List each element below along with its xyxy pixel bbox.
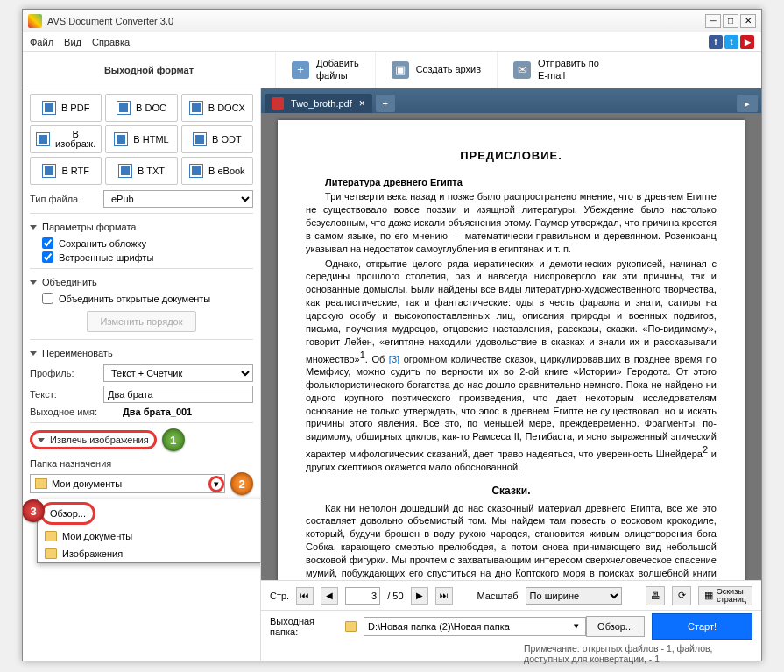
filetype-label: Тип файла xyxy=(30,194,98,204)
youtube-icon[interactable]: ▶ xyxy=(740,35,754,49)
page-navigation-bar: Стр. ⏮ ◀ / 50 ▶ ⏭ Масштаб По ширине 🖶 ⟳ … xyxy=(261,580,761,610)
doc-icon xyxy=(189,164,203,178)
menu-help[interactable]: Справка xyxy=(92,37,130,47)
format-pdf[interactable]: В PDF xyxy=(30,94,102,122)
thumbnails-button[interactable]: ▦Эскизы страниц xyxy=(698,586,752,605)
reorder-button: Изменить порядок xyxy=(87,311,195,332)
format-doc[interactable]: В DOC xyxy=(105,94,177,122)
next-page-button[interactable]: ▶ xyxy=(411,587,428,605)
format-html[interactable]: В HTML xyxy=(105,125,177,153)
format-docx[interactable]: В DOCX xyxy=(181,94,253,122)
section-extract-images[interactable]: Извлечь изображения xyxy=(30,430,157,449)
start-button[interactable]: Старт! xyxy=(652,613,752,640)
window-title: AVS Document Converter 3.0 xyxy=(47,16,705,26)
menu-file[interactable]: Файл xyxy=(30,37,53,47)
fonts-checkbox[interactable] xyxy=(42,251,53,263)
output-name: Два брата_001 xyxy=(123,407,192,417)
rename-text-input[interactable] xyxy=(103,386,253,403)
tab-close-button[interactable]: × xyxy=(359,97,365,110)
menubar: Файл Вид Справка f t ▶ xyxy=(23,32,761,52)
doc-icon xyxy=(42,164,56,178)
format-txt[interactable]: В TXT xyxy=(105,157,177,185)
dropdown-browse[interactable]: Обзор... xyxy=(40,502,95,525)
tab-active[interactable]: Two_broth.pdf × xyxy=(265,94,372,113)
dest-folder-combo[interactable]: Мои документы ▾ xyxy=(30,474,225,493)
doc-icon xyxy=(36,132,50,146)
twitter-icon[interactable]: t xyxy=(724,35,738,49)
chevron-down-icon xyxy=(30,225,37,230)
browse-button[interactable]: Обзор... xyxy=(586,616,645,637)
folder-icon xyxy=(345,621,357,632)
format-odt[interactable]: В ODT xyxy=(181,125,253,153)
doc-icon xyxy=(114,132,128,146)
chevron-down-icon xyxy=(38,438,45,442)
dest-folder-label: Папка назначения xyxy=(30,458,253,469)
mail-icon: ✉ xyxy=(513,61,531,79)
titlebar: AVS Document Converter 3.0 ─ □ ✕ xyxy=(23,10,761,32)
callout-1: 1 xyxy=(162,428,185,451)
dest-folder-dropdown-arrow[interactable]: ▾ xyxy=(208,476,224,492)
pdf-icon xyxy=(272,97,284,110)
doc-icon xyxy=(117,101,131,115)
prev-page-button[interactable]: ◀ xyxy=(321,587,338,605)
doc-icon xyxy=(189,101,203,115)
rotate-button[interactable]: ⟳ xyxy=(672,586,691,605)
filetype-select[interactable]: ePub xyxy=(103,190,253,208)
maximize-button[interactable]: □ xyxy=(723,14,738,28)
plus-icon: + xyxy=(292,61,309,79)
doc-icon xyxy=(193,132,207,146)
menu-view[interactable]: Вид xyxy=(64,37,81,47)
close-button[interactable]: ✕ xyxy=(740,14,756,28)
create-archive-button[interactable]: ▣ Создать архив xyxy=(375,52,497,88)
callout-2: 2 xyxy=(230,472,253,495)
page-number-input[interactable] xyxy=(345,587,380,605)
bottom-bar: Выходная папка: ▾ Обзор... Старт! xyxy=(261,610,761,641)
status-bar: Примечание: открытых файлов - 1, файлов,… xyxy=(261,641,761,661)
document-page: ПРЕДИСЛОВИЕ. Литература древнего Египта … xyxy=(278,120,745,580)
cover-checkbox[interactable] xyxy=(42,237,53,249)
document-viewport[interactable]: ПРЕДИСЛОВИЕ. Литература древнего Египта … xyxy=(261,113,761,580)
toolbar: Выходной формат + Добавить файлы ▣ Созда… xyxy=(23,52,761,88)
add-files-button[interactable]: + Добавить файлы xyxy=(275,52,375,88)
profile-select[interactable]: Текст + Счетчик xyxy=(103,364,253,382)
minimize-button[interactable]: ─ xyxy=(705,14,721,28)
section-rename[interactable]: Переименовать xyxy=(30,345,253,361)
sidebar-title: Выходной формат xyxy=(23,54,275,86)
format-image[interactable]: В изображ. xyxy=(30,125,102,153)
output-folder-input[interactable] xyxy=(364,617,586,636)
dest-folder-dropdown: 3 Обзор... Мои документы Изображения xyxy=(37,499,261,563)
send-email-button[interactable]: ✉ Отправить по E-mail xyxy=(497,52,615,88)
archive-icon: ▣ xyxy=(392,61,409,79)
merge-checkbox[interactable] xyxy=(42,293,53,304)
app-logo-icon xyxy=(28,14,42,28)
footnote-link[interactable]: [3] xyxy=(389,353,399,364)
callout-3: 3 xyxy=(23,499,45,522)
doc-heading: ПРЕДИСЛОВИЕ. xyxy=(306,148,717,164)
chevron-down-icon xyxy=(30,280,37,285)
format-rtf[interactable]: В RTF xyxy=(30,157,102,185)
doc-subheading: Сказки. xyxy=(306,484,717,498)
facebook-icon[interactable]: f xyxy=(709,35,723,49)
doc-icon xyxy=(118,164,132,178)
add-tab-button[interactable]: + xyxy=(376,95,395,112)
document-tabs: Two_broth.pdf × + ▸ xyxy=(261,88,761,113)
section-params[interactable]: Параметры формата xyxy=(30,219,253,235)
folder-icon xyxy=(45,548,57,559)
section-merge[interactable]: Объединить xyxy=(30,274,253,290)
doc-icon xyxy=(42,101,56,115)
chevron-down-icon xyxy=(30,351,37,356)
dropdown-images[interactable]: Изображения xyxy=(38,545,261,562)
format-ebook[interactable]: В eBook xyxy=(181,157,253,185)
last-page-button[interactable]: ⏭ xyxy=(435,587,453,605)
output-folder-dropdown[interactable]: ▾ xyxy=(574,620,579,632)
zoom-select[interactable]: По ширине xyxy=(526,587,622,605)
sidebar: В PDF В DOC В DOCX В изображ. В HTML В O… xyxy=(23,88,261,661)
tab-nav-right[interactable]: ▸ xyxy=(737,95,758,112)
dropdown-mydocs[interactable]: Мои документы xyxy=(38,527,261,545)
first-page-button[interactable]: ⏮ xyxy=(296,587,314,605)
folder-icon xyxy=(45,531,57,541)
print-button[interactable]: 🖶 xyxy=(646,586,665,605)
folder-icon xyxy=(35,478,47,489)
